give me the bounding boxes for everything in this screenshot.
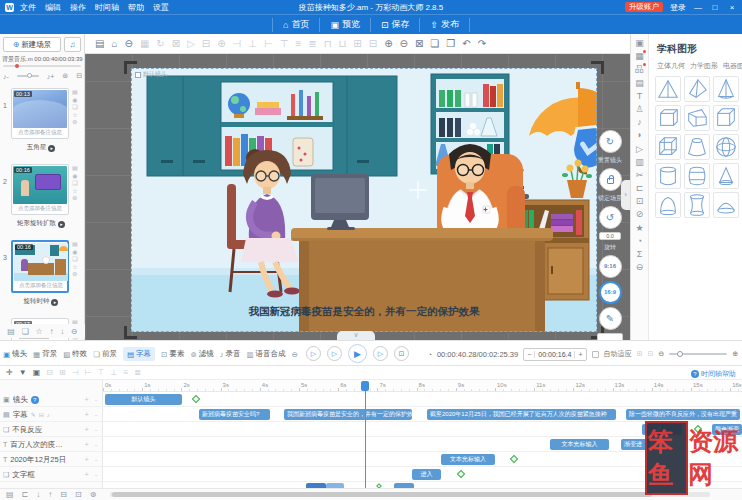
scrollbar-thumb[interactable] [112,492,652,497]
distribute-v-icon[interactable]: ≣ [308,38,316,49]
volume-down-icon[interactable]: ♪- [3,73,9,80]
align-e-icon[interactable]: ⊤ [98,368,105,377]
pages-icon[interactable]: ▤ [95,38,104,49]
scene-duplicate-icon[interactable]: ❏ [72,104,78,112]
close-button[interactable]: × [727,3,737,12]
subtitle-audio-icon[interactable]: ♪ [47,412,50,418]
fullscreen-play-button[interactable]: ⊡ [394,346,409,361]
music-settings-icon[interactable]: ⊛ [62,72,68,80]
track-delete-icon[interactable]: ⊟ [60,490,67,499]
scene-transition[interactable]: 旋转时钟 ▸ [11,297,71,306]
track-copy-icon[interactable]: ▤ [6,490,14,499]
align-h-icon[interactable]: ≣ [134,368,141,377]
scene-thumbnail[interactable]: 00:13 点击添加备注信息 [11,88,69,139]
scene-transition[interactable]: 矩形旋转扩散 ▸ [11,219,71,228]
scene-copy-icon[interactable]: ▤ [72,165,78,173]
scene-preview-icon[interactable]: ◉ [72,173,78,181]
shape-cylinder-icon[interactable] [655,163,681,189]
zoom-region-icon[interactable]: ⊕ [217,38,225,49]
animation-bar[interactable]: 进入 [412,469,441,480]
subtitle-bar[interactable]: 截至2020年12月25日，我国已经开展了近百万人次的疫苗紧急接种 [427,409,616,420]
align-c-icon[interactable]: ⊣ [72,368,79,377]
shape-tetrahedron-icon[interactable] [684,76,710,102]
timeline-zoom-slider[interactable] [669,353,727,355]
shape-wedge-icon[interactable] [684,105,710,131]
track-remove-button[interactable]: - [95,456,97,463]
align-center-icon[interactable]: ⊥ [248,38,257,49]
playhead-line[interactable] [365,382,366,488]
move-icon[interactable]: ✛ [6,368,13,377]
home-button[interactable]: ⌂首页 [272,18,320,32]
play-element-icon[interactable]: ▷ [187,38,195,49]
scene-thumbnail[interactable]: 00:16 点击添加备注信息 [11,240,69,293]
subtitle-delete-icon[interactable]: ⊟ [39,411,44,418]
rotate-value-input[interactable]: 0.0 [599,232,621,240]
maximize-button[interactable]: □ [710,3,720,12]
menu-help[interactable]: 帮助 [128,2,144,13]
scene-duplicate-icon[interactable]: ❏ [72,256,78,264]
scene-settings-icon[interactable]: ⊛ [72,195,78,203]
shape-frustum-icon[interactable] [684,134,710,160]
hand-icon[interactable]: ◔ [637,236,642,246]
formula-icon[interactable]: Σ [637,249,643,259]
scene-note[interactable]: 点击添加备注信息 [13,128,67,137]
animation-bar[interactable]: 文本光标输入 [550,439,609,450]
distribute-h-icon[interactable]: ≡ [295,38,301,49]
track-add-button[interactable]: + [85,456,89,463]
track-move-up-icon[interactable]: ↑ [48,490,52,499]
track-remove-button[interactable]: - [95,396,97,403]
align-right-icon[interactable]: ⊢ [264,38,273,49]
music-icon[interactable]: ♪ [637,117,642,127]
scene-paste-icon[interactable]: ❏ [22,327,29,336]
save-scene-icon[interactable]: ▦ [140,38,149,49]
shape-box-icon[interactable] [655,105,681,131]
keyframe-diamond[interactable] [457,470,465,478]
transition-play-icon[interactable]: ▸ [48,145,55,152]
minimize-button[interactable]: — [693,3,703,12]
image-icon[interactable]: ▤ [635,78,644,88]
menu-file[interactable]: 文件 [20,2,36,13]
playhead-handle[interactable] [361,381,369,391]
zoom-in-icon[interactable]: ⊕ [384,38,392,49]
music-delete-icon[interactable]: ⊟ [76,72,82,80]
rotate-button[interactable]: ↺ [599,206,622,229]
flowchart-icon[interactable]: 品 [635,64,644,74]
album-icon[interactable]: ▥ [635,157,644,167]
menu-settings[interactable]: 设置 [153,2,169,13]
save-asset-icon[interactable]: ⊡ [636,196,644,206]
scene-duplicate-icon[interactable]: ❏ [72,180,78,188]
checkbox-icon[interactable] [135,72,141,78]
track-remove-button[interactable]: - [95,426,97,433]
save-button[interactable]: ⊡保存 [371,18,421,32]
scene-collapse-icon[interactable]: ⊖ [71,327,78,336]
shape-hyperboloid-icon[interactable] [684,192,710,218]
scene-note[interactable]: 点击添加备注信息 [13,204,67,213]
scene-favorite-icon[interactable]: ☆ [36,327,43,336]
keyframe-diamond[interactable] [510,455,518,463]
magnet-icon[interactable]: ⊟ [647,350,653,358]
scene-star-icon[interactable]: ☆ [72,264,78,272]
login-button[interactable]: 登录 [670,2,686,13]
align-left-icon[interactable]: ⊣ [233,38,242,49]
align-f-icon[interactable]: ⊥ [111,368,118,377]
new-scene-button[interactable]: ⊕新建场景 [3,37,61,52]
animation-bar[interactable]: 渐变进 [621,439,650,450]
shape-tall-pyramid-icon[interactable] [713,76,739,102]
paste-icon[interactable]: ❐ [446,38,455,49]
camera-help-icon[interactable]: ? [31,396,39,404]
lock-icon[interactable]: ⊠ [172,38,180,49]
scene-thumbnail[interactable]: 00:16 点击添加备注信息 [11,164,69,215]
publish-button[interactable]: ⇧发布 [420,18,470,32]
auto-fit-checkbox[interactable] [592,351,599,358]
filter-icon[interactable]: ▼ [19,368,27,377]
layer-up-icon[interactable]: ⊓ [324,38,332,49]
menu-edit[interactable]: 编辑 [45,2,61,13]
copy-icon[interactable]: ❏ [430,38,439,49]
transition-play-icon[interactable]: ▸ [58,221,65,228]
zoom-out-icon[interactable]: ⊖ [400,38,408,49]
volume-slider[interactable] [17,75,39,77]
scene-subtitle-text[interactable]: 我国新冠病毒疫苗是安全的，并有一定的保护效果 [131,305,597,319]
track-add-button[interactable]: + [85,471,89,478]
track-remove-button[interactable]: - [95,411,97,418]
track-add-button[interactable]: + [85,426,89,433]
